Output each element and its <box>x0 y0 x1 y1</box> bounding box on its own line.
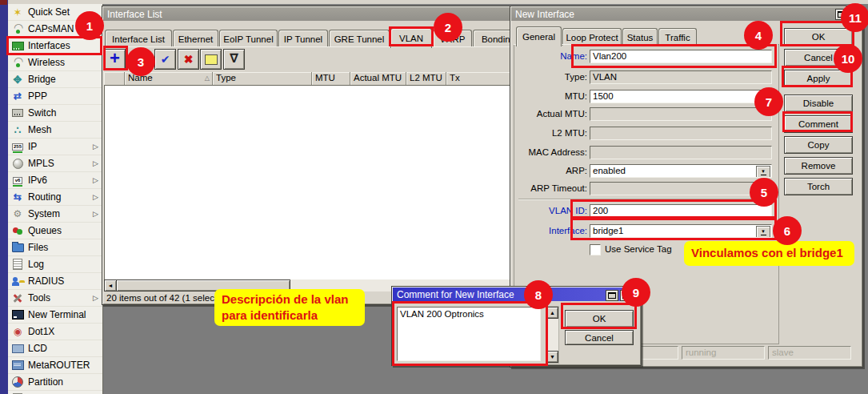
field-label-type: Type: <box>514 72 587 82</box>
tab-gre-tunnel[interactable]: GRE Tunnel <box>329 30 390 47</box>
comment-note-icon[interactable] <box>200 49 222 70</box>
status-flag-running: running <box>682 346 765 360</box>
interface-list-table[interactable] <box>104 85 510 280</box>
submenu-arrow-icon: ▷ <box>93 193 102 201</box>
field-mtu[interactable]: 1500 <box>590 90 772 103</box>
switch-icon <box>11 107 24 119</box>
add-button-highlight <box>103 46 128 70</box>
sidebar-item-partition[interactable]: Partition <box>8 374 102 391</box>
sidebar-item-new-terminal[interactable]: New Terminal <box>8 307 102 324</box>
sidebar-item-ip[interactable]: IP▷ <box>8 139 102 155</box>
tab-traffic[interactable]: Traffic <box>658 28 697 46</box>
sidebar-item-switch[interactable]: Switch <box>8 105 102 122</box>
sidebar-item-label: Wireless <box>28 57 65 68</box>
sidebar-item-label: Partition <box>28 376 63 388</box>
vlan-tab-highlight <box>389 26 434 46</box>
annotation-callout-1: Descripción de la vlan para identificarl… <box>214 289 365 326</box>
column-header-l2-mtu[interactable]: L2 MTU <box>406 72 446 85</box>
use-service-tag-checkbox[interactable] <box>590 244 601 255</box>
tab-interface-list[interactable]: Interface List <box>105 30 172 47</box>
tab-status[interactable]: Status <box>622 28 658 46</box>
comment-button-highlight <box>782 111 853 132</box>
sidebar-item-label: System <box>28 208 60 219</box>
routing-icon <box>11 191 24 203</box>
status-bar: 20 items out of 42 (1 selected) <box>106 293 230 303</box>
scroll-down-button[interactable]: ▼ <box>546 351 558 363</box>
tab-general[interactable]: General <box>516 26 562 46</box>
dropdown-button[interactable] <box>756 166 770 178</box>
sidebar-item-tools[interactable]: Tools▷ <box>8 290 102 307</box>
dot1x-icon <box>11 326 24 338</box>
column-header-actual-mtu[interactable]: Actual MTU <box>350 72 406 85</box>
sidebar-item-label: RADIUS <box>28 275 64 287</box>
column-header-mtu[interactable]: MTU <box>312 72 350 85</box>
use-service-tag-label: Use Service Tag <box>605 244 672 254</box>
remove-x-icon[interactable] <box>178 49 199 70</box>
sidebar-item-log[interactable]: Log <box>8 256 102 273</box>
sidebar-item-wireless[interactable]: Wireless <box>8 54 102 71</box>
sidebar-item-files[interactable]: Files <box>8 239 102 256</box>
scroll-up-button[interactable]: ▲ <box>546 307 558 319</box>
filter-funnel-icon[interactable] <box>223 49 245 70</box>
sidebar-item-label: CAPsMAN <box>28 23 74 34</box>
annotation-circle-4: 4 <box>744 21 773 50</box>
terminal-icon <box>11 309 24 321</box>
sidebar-item-label: Dot1X <box>28 326 54 337</box>
top-strip <box>0 0 868 4</box>
remove-button[interactable]: Remove <box>784 157 853 175</box>
mesh-icon <box>11 124 24 136</box>
partition-icon <box>11 376 24 388</box>
queues-icon <box>11 225 24 237</box>
sidebar-item-make-supout-rif[interactable]: Make Supout.rif <box>8 391 102 394</box>
sidebar-item-mpls[interactable]: MPLS▷ <box>8 155 102 172</box>
sidebar-item-label: MetaROUTER <box>28 360 90 371</box>
sidebar-item-metarouter[interactable]: MetaROUTER <box>8 357 102 374</box>
comment-dialog-titlebar[interactable]: Comment for New Interface <box>393 287 640 301</box>
interface-field-highlight <box>570 218 777 240</box>
vlan-id-highlight <box>570 199 777 219</box>
scroll-left-button[interactable]: ◄ <box>104 279 117 291</box>
field-label-mtu: MTU: <box>514 91 587 101</box>
comment-textarea-highlight <box>392 301 548 366</box>
sidebar-item-bridge[interactable]: Bridge <box>8 71 102 88</box>
sidebar-item-routing[interactable]: Routing▷ <box>8 189 102 206</box>
column-header-select[interactable] <box>104 72 125 85</box>
sidebar-item-label: Switch <box>28 107 56 119</box>
tab-eoip-tunnel[interactable]: EoIP Tunnel <box>219 30 278 47</box>
tools-icon <box>11 292 24 304</box>
submenu-arrow-icon: ▷ <box>93 176 102 184</box>
field-l2-mtu <box>590 127 772 140</box>
system-icon <box>11 208 24 220</box>
column-header-type[interactable]: Type <box>213 72 312 85</box>
app-corner-icon <box>0 0 7 5</box>
copy-button[interactable]: Copy <box>784 136 853 154</box>
field-arp[interactable]: enabled <box>590 164 772 178</box>
sidebar-item-system[interactable]: System▷ <box>8 206 102 223</box>
tab-ip-tunnel[interactable]: IP Tunnel <box>278 30 328 47</box>
wireless-icon <box>11 57 24 69</box>
disable-button[interactable]: Disable <box>784 94 853 112</box>
column-header-tx[interactable]: Tx <box>446 72 510 85</box>
tab-loop-protect[interactable]: Loop Protect <box>562 28 622 46</box>
sidebar-item-label: Bridge <box>28 74 56 85</box>
files-icon <box>11 242 24 254</box>
maximize-icon[interactable] <box>606 290 618 301</box>
status-text: 20 items out of 42 (1 selected) <box>106 293 230 303</box>
tab-ethernet[interactable]: Ethernet <box>173 30 218 47</box>
sidebar-item-queues[interactable]: Queues <box>8 223 102 239</box>
annotation-circle-10: 10 <box>834 44 862 73</box>
sidebar-item-ipv6[interactable]: IPv6▷ <box>8 172 102 189</box>
comment-cancel-button[interactable]: Cancel <box>565 330 634 345</box>
sidebar-item-ppp[interactable]: PPP <box>8 88 102 105</box>
new-interface-titlebar[interactable]: New Interface <box>511 7 862 21</box>
sidebar-item-label: Quick Set <box>28 6 70 18</box>
sidebar-item-lcd[interactable]: LCD <box>8 340 102 357</box>
field-mac-address <box>590 146 772 159</box>
apply-check-icon[interactable] <box>154 49 176 70</box>
sidebar-item-label: Mesh <box>28 124 51 135</box>
sidebar-item-radius[interactable]: RADIUS <box>8 273 102 290</box>
field-label-l2-mtu: L2 MTU: <box>514 128 587 138</box>
torch-button[interactable]: Torch <box>784 178 853 195</box>
sidebar-item-mesh[interactable]: Mesh <box>8 122 102 139</box>
sidebar-item-dot1x[interactable]: Dot1X <box>8 324 102 340</box>
